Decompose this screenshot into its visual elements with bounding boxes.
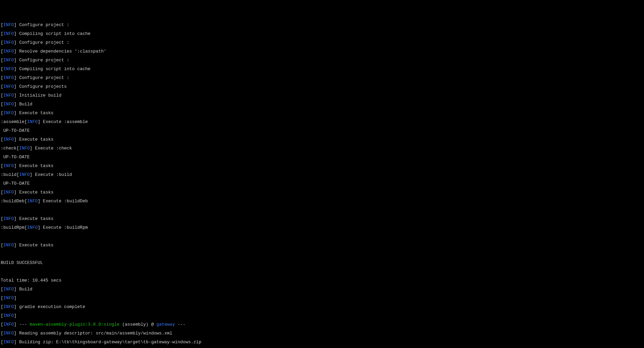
log-line: [INFO] Execute tasks bbox=[1, 217, 643, 221]
log-line: UP-TO-DATE bbox=[1, 181, 643, 186]
log-line: [INFO] Execute tasks bbox=[1, 137, 643, 142]
log-line: [INFO] Execute tasks bbox=[1, 243, 643, 247]
log-line: [INFO] Resolve dependencies ':classpath' bbox=[1, 49, 643, 54]
log-line: [INFO] bbox=[1, 313, 643, 318]
log-line bbox=[1, 252, 643, 256]
log-line: :buildRpm[INFO] Execute :buildRpm bbox=[1, 225, 643, 230]
log-line: [INFO] Compiling script into cache bbox=[1, 32, 643, 36]
gradle-build-successful: BUILD SUCCESSFUL bbox=[1, 261, 643, 265]
log-line: [INFO] Configure project : bbox=[1, 58, 643, 62]
log-line: :check[INFO] Execute :check bbox=[1, 146, 643, 150]
log-line bbox=[1, 234, 643, 239]
log-line: [INFO] bbox=[1, 296, 643, 300]
terminal-output[interactable]: [INFO] Configure project : [INFO] Compil… bbox=[1, 18, 643, 348]
log-line: :build[INFO] Execute :build bbox=[1, 172, 643, 177]
log-line: [INFO] Configure project : bbox=[1, 76, 643, 80]
log-line: [INFO] Build bbox=[1, 287, 643, 291]
log-line: [INFO] Building zip: E:\tb\thingsboard-g… bbox=[1, 340, 643, 344]
log-line: [INFO] Configure project : bbox=[1, 23, 643, 27]
gradle-total-time: Total time: 10.445 secs bbox=[1, 278, 643, 283]
log-line: [INFO] Execute tasks bbox=[1, 164, 643, 168]
log-line: :buildDeb[INFO] Execute :buildDeb bbox=[1, 199, 643, 203]
log-line: [INFO] gradle execution complete bbox=[1, 305, 643, 309]
log-line: [INFO] Build bbox=[1, 102, 643, 106]
log-line bbox=[1, 269, 643, 274]
log-line: UP-TO-DATE bbox=[1, 128, 643, 133]
log-line: [INFO] Compiling script into cache bbox=[1, 67, 643, 71]
log-line: [INFO] Reading assembly descriptor: src/… bbox=[1, 331, 643, 335]
log-line: UP-TO-DATE bbox=[1, 155, 643, 159]
log-line: [INFO] Execute tasks bbox=[1, 190, 643, 195]
log-line bbox=[1, 208, 643, 212]
maven-plugin-line: [INFO] --- maven-assembly-plugin:3.0.0:s… bbox=[1, 322, 643, 327]
log-line: [INFO] Configure project : bbox=[1, 40, 643, 45]
log-line: [INFO] Configure projects bbox=[1, 84, 643, 89]
log-line: [INFO] Initialize build bbox=[1, 93, 643, 98]
log-line: :assemble[INFO] Execute :assemble bbox=[1, 120, 643, 124]
log-line: [INFO] Execute tasks bbox=[1, 111, 643, 115]
